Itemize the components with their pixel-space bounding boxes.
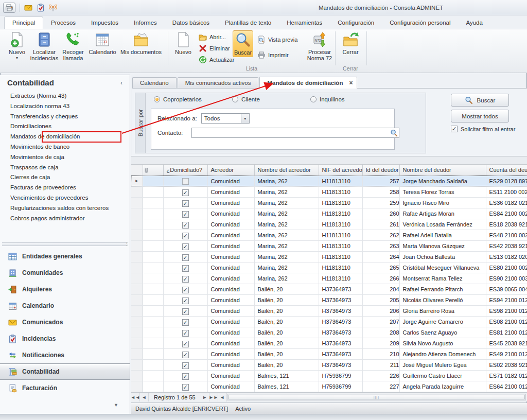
table-row[interactable]: ComunidadBailén, 20H37364973205Nicolás O…	[131, 294, 527, 305]
domiciliado-checkbox[interactable]	[182, 178, 189, 185]
table-row[interactable]: ComunidadBalmes, 121H75936799226Guillerm…	[131, 370, 527, 381]
column-header[interactable]: Cuenta del deu	[486, 165, 527, 176]
solicitar-filtro-checkbox[interactable]	[451, 126, 458, 132]
select-arrow-icon[interactable]: ▼	[241, 114, 249, 123]
nav-section-calendario[interactable]: Calendario	[0, 297, 130, 314]
menu-tab-ayuda[interactable]: Ayuda	[459, 17, 490, 29]
table-row[interactable]: ComunidadBailén, 20H37364973206Gloria Ba…	[131, 305, 527, 316]
domiciliado-checkbox[interactable]	[182, 276, 189, 283]
nav-section-alquileres[interactable]: Alquileres	[0, 281, 130, 297]
sidebar-item-facturas-de-proveedores[interactable]: Facturas de proveedores	[0, 183, 130, 193]
radio-inquilinos[interactable]: Inquilinos	[310, 96, 345, 102]
domiciliado-checkbox[interactable]	[182, 287, 189, 293]
ribbon-button-imprimir[interactable]: Imprimir	[257, 50, 289, 60]
domiciliado-checkbox[interactable]	[182, 211, 189, 218]
domiciliado-checkbox[interactable]	[182, 373, 189, 380]
mail-icon[interactable]	[24, 4, 32, 12]
nav-section-facturaci-n[interactable]: Facturación	[0, 380, 130, 396]
sidebar-item-extractos-norma-43-[interactable]: Extractos (Norma 43)	[0, 91, 130, 101]
doc-tab-calendario[interactable]: Calendario	[132, 77, 177, 88]
buscar-ribbon-button[interactable]: Buscar	[233, 30, 253, 57]
domiciliado-checkbox[interactable]	[182, 254, 189, 261]
menu-tab-procesos[interactable]: Procesos	[43, 17, 83, 29]
table-row[interactable]: ComunidadMarina, 262H11813110266Montserr…	[131, 273, 527, 284]
table-row[interactable]: ComunidadBailén, 20H37364973207Jorge Agu…	[131, 316, 527, 327]
table-row[interactable]: ComunidadMarina, 262H11813110261Verónica…	[131, 219, 527, 230]
column-header[interactable]: Acreedor	[207, 165, 254, 176]
menu-tab-informes[interactable]: Informes	[126, 17, 165, 29]
menu-tab-datos-b-sicos[interactable]: Datos básicos	[165, 17, 217, 29]
cerrar-button[interactable]: Cerrar	[338, 30, 363, 56]
table-row[interactable]: ComunidadBalmes, 121H75936799227Angela P…	[131, 381, 527, 392]
collapse-sidebar-icon[interactable]: ‹	[117, 79, 126, 86]
last-record-button[interactable]: ►►	[209, 393, 218, 401]
domiciliado-checkbox[interactable]	[182, 222, 189, 229]
sidebar-item-domiciliaciones[interactable]: Domiciliaciones	[0, 121, 130, 132]
ribbon-button-vista-previa[interactable]: Vista previa	[257, 34, 297, 45]
nav-section-notificaciones[interactable]: Notificaciones	[0, 347, 130, 363]
clipboard-check-icon[interactable]	[37, 4, 45, 12]
domiciliado-checkbox[interactable]	[182, 297, 189, 304]
ribbon-button-actualizar[interactable]: Actualizar	[199, 55, 234, 65]
menu-tab-configuraci-n-personal[interactable]: Configuración personal	[382, 17, 458, 29]
sidebar-item-cierres-de-caja[interactable]: Cierres de caja	[0, 172, 130, 183]
chevron-down-icon[interactable]: ▼	[114, 402, 118, 408]
table-row[interactable]: ComunidadMarina, 262H11813110258Teresa F…	[131, 186, 527, 197]
menu-tab-impuestos[interactable]: Impuestos	[83, 17, 126, 29]
app-menu-button[interactable]	[3, 3, 15, 13]
nav-section-contabilidad[interactable]: Contabilidad	[0, 363, 130, 380]
ribbon-button-recoger-llamada[interactable]: Recoger llamada	[59, 30, 87, 62]
nav-section-entidades-generales[interactable]: Entidades generales	[0, 248, 130, 265]
radio-cliente[interactable]: Cliente	[232, 96, 260, 102]
table-row[interactable]: ComunidadMarina, 262H11813110263Marta Vi…	[131, 240, 527, 251]
domiciliado-checkbox[interactable]	[182, 189, 189, 196]
domiciliado-checkbox[interactable]	[182, 308, 189, 315]
horizontal-scrollbar[interactable]: ||||	[227, 394, 526, 400]
next-record-button[interactable]: ►	[201, 393, 209, 401]
domiciliado-checkbox[interactable]	[182, 200, 189, 207]
sidebar-item-transferencias-y-cheques[interactable]: Transferencias y cheques	[0, 112, 130, 122]
search-icon[interactable]	[390, 129, 398, 137]
domiciliado-checkbox[interactable]	[182, 384, 189, 391]
table-row[interactable]: ComunidadMarina, 262H11813110259Ignacio …	[131, 197, 527, 208]
sidebar-item-localizaci-n-norma-43[interactable]: Localización norma 43	[0, 101, 130, 112]
scrollbar-thumb[interactable]: ||||	[228, 395, 525, 399]
column-header[interactable]: Nombre del deudor	[399, 165, 486, 176]
nav-section-comunidades[interactable]: Comunidades	[0, 265, 130, 281]
buscar-button[interactable]: Buscar	[451, 94, 509, 107]
domiciliado-checkbox[interactable]	[182, 362, 189, 369]
relacionado-select[interactable]: Todos ▼	[201, 113, 250, 124]
table-row[interactable]: ComunidadBailén, 20H37364973209Silvia No…	[131, 338, 527, 348]
sidebar-item-cobros-pagos-administrador[interactable]: Cobros pagos administrador	[0, 214, 130, 224]
close-tab-icon[interactable]: ×	[349, 79, 353, 86]
menu-tab-plantillas-de-texto[interactable]: Plantillas de texto	[217, 17, 279, 29]
first-record-button[interactable]: ◄◄	[131, 393, 140, 401]
sidebar-item-vencimientos-de-proveedores[interactable]: Vencimientos de proveedores	[0, 193, 130, 203]
column-header[interactable]: Id del deudor	[362, 165, 399, 176]
table-row[interactable]: ComunidadMarina, 262H11813110260Rafae Ar…	[131, 208, 527, 219]
sidebar-item-movimientos-de-caja[interactable]: Movimientos de caja	[0, 152, 130, 163]
table-row[interactable]: ComunidadMarina, 262H11813110265Cristóba…	[131, 262, 527, 273]
table-row[interactable]: ComunidadMarina, 262H11813110262Rafael A…	[131, 230, 527, 240]
menu-tab-configuraci-n[interactable]: Configuración	[330, 17, 382, 29]
sidebar-item-traspasos-de-caja[interactable]: Traspasos de caja	[0, 163, 130, 173]
domiciliado-checkbox[interactable]	[182, 243, 189, 250]
ribbon-button-calendario[interactable]: Calendario	[89, 30, 116, 56]
contacto-input[interactable]	[192, 128, 399, 137]
attachment-column-header[interactable]	[143, 165, 163, 176]
sidebar-item-movimientos-de-banco[interactable]: Movimientos de banco	[0, 142, 130, 152]
menu-tab-principal[interactable]: Principal	[4, 16, 43, 29]
ribbon-button-localizar-incidencias[interactable]: Localizar incidencias	[31, 30, 58, 62]
column-header[interactable]: ¿Domiciliado?	[163, 165, 207, 176]
antenna-icon[interactable]	[49, 4, 57, 12]
doc-tab-mis-comunicados-activos[interactable]: Mis comunicados activos	[178, 77, 259, 88]
table-row[interactable]: ComunidadBailén, 20H37364973210Alejandro…	[131, 348, 527, 359]
doc-tab-mandatos-de-domiciliaci-n[interactable]: Mandatos de domiciliación×	[259, 77, 357, 89]
prev-record-button[interactable]: ◄	[140, 393, 149, 401]
table-row[interactable]: ComunidadMarina, 262H11813110264Joan Och…	[131, 251, 527, 262]
nuevo-lista-button[interactable]: Nuevo	[172, 30, 195, 56]
table-row[interactable]: ComunidadBailén, 20H37364973211José Migu…	[131, 359, 527, 370]
sidebar-item-mandatos-de-domiciliaci-n[interactable]: Mandatos de domiciliación	[0, 132, 130, 142]
ribbon-button-nuevo[interactable]: Nuevo▼	[4, 30, 30, 61]
table-row[interactable]: ComunidadBailén, 20H37364973204Rafael Fe…	[131, 284, 527, 294]
